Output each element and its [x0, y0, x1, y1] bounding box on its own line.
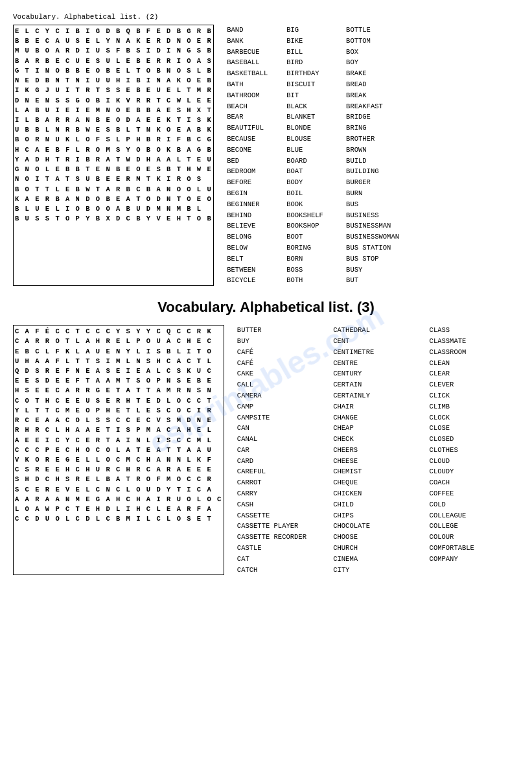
- wordsearch-grid-top: E L C Y C I B I G D B Q B F E D B G R BB…: [13, 25, 214, 286]
- word-item: BUS STOP: [346, 254, 399, 265]
- word-item: CASSETTE RECORDER: [237, 532, 327, 543]
- word-item: BUS: [346, 199, 399, 210]
- word-item: BOAT: [286, 166, 340, 177]
- grid-row: R H R C L H A A E T I S P M A C A H E L: [15, 425, 222, 435]
- word-item: BOX: [346, 47, 399, 58]
- word-item: COLLEAGUE: [430, 510, 519, 521]
- word-item: CAT: [237, 554, 327, 565]
- word-item: CLOUD: [430, 456, 519, 467]
- word-item: BEAUTIFUL: [227, 123, 280, 134]
- word-item: CARROT: [237, 477, 327, 488]
- grid-row: U B B L N R B W E S B L T N K O E A B K: [15, 125, 212, 135]
- word-item: BELOW: [227, 243, 280, 254]
- word-item: BEDROOM: [227, 166, 280, 177]
- page-subtitle: Vocabulary. Alphabetical list. (2): [13, 13, 519, 21]
- word-item: BOSS: [286, 265, 340, 276]
- word-item: BELT: [227, 254, 280, 265]
- word-item: BATH: [227, 79, 280, 90]
- grid-row: E B C L F K L A U E N Y L I S B L I T O: [15, 347, 222, 357]
- word-item: BLOUSE: [286, 134, 340, 145]
- word-item: BATHROOM: [227, 90, 280, 101]
- word-item: CHECK: [333, 434, 422, 445]
- grid-row: B L U E L I O B O O A B U D M N M B L: [15, 204, 212, 214]
- word-item: CLASS: [430, 325, 519, 336]
- word-item: BIG: [286, 25, 340, 36]
- grid-row: Y L T T C M E O P H E T L E S C O C I R: [15, 406, 222, 416]
- word-item: BASEBALL: [227, 57, 280, 68]
- word-item: BUTTER: [237, 325, 327, 336]
- grid-row: S H D C H S R E L B A T R O F M O C C R: [15, 475, 222, 484]
- grid-row: Y A D H T R I B R A T W D H A A L T E U: [15, 155, 212, 165]
- grid-row: B A R B E C U E S U L E B E R R I O A S: [15, 56, 212, 66]
- word-item: CALL: [237, 379, 327, 390]
- word-item: BIRTHDAY: [286, 68, 340, 79]
- word-item: BELONG: [227, 231, 280, 243]
- word-item: COLD: [430, 499, 519, 510]
- word-list-top: BANDBANKBARBECUEBASEBALLBASKETBALLBATHBA…: [227, 25, 399, 286]
- grid-row: H S E E C A R R G E T A T T A M R N S N: [15, 386, 222, 396]
- word-item: CAMP: [237, 401, 327, 412]
- word-item: COMFORTABLE: [430, 543, 519, 554]
- word-item: BARBECUE: [227, 47, 280, 58]
- word-item: BLANKET: [286, 112, 340, 123]
- word-item: BREAK: [346, 90, 399, 101]
- grid-row: B U S S T O P Y B X D C B Y V E H T O B: [15, 214, 212, 224]
- word-item: CASSETTE: [237, 510, 327, 521]
- grid-row: Q D S R E F N E A S E I E A L C S K U C: [15, 366, 222, 376]
- word-item: BROWN: [346, 145, 399, 156]
- word-item: BOOKSHELF: [286, 210, 340, 221]
- word-item: CASTLE: [237, 543, 327, 554]
- word-item: CHEQUE: [333, 477, 422, 488]
- word-item: BUS STATION: [346, 243, 399, 254]
- word-item: BUSINESSWOMAN: [346, 231, 399, 243]
- word-item: BUT: [346, 275, 399, 286]
- word-item: BETWEEN: [227, 265, 280, 276]
- grid-row: B B E C A U S E L Y N A K E R D N O E R: [15, 36, 212, 46]
- word-item: CATCH: [237, 565, 327, 576]
- word-item: BAND: [227, 25, 280, 36]
- grid-row: R C E A A C O L S S C C E C V S M D N E: [15, 416, 222, 425]
- grid-row: E E S D E E F T A A M T S O P N S E B E: [15, 376, 222, 386]
- word-item: BIRD: [286, 57, 340, 68]
- word-item: CLIMB: [430, 401, 519, 412]
- word-item: CHEMIST: [333, 466, 422, 477]
- word-item: BODY: [286, 177, 340, 188]
- word-item: BURN: [346, 188, 399, 199]
- word-item: CAR: [237, 445, 327, 456]
- word-item: BEGINNER: [227, 199, 280, 210]
- word-item: BASKETBALL: [227, 68, 280, 79]
- word-item: BISCUIT: [286, 79, 340, 90]
- word-item: CAMPSITE: [237, 412, 327, 423]
- word-item: CARRY: [237, 488, 327, 499]
- grid-row: C S R E E H C H U R C H R C A R A E E E: [15, 465, 222, 475]
- word-item: BREAKFAST: [346, 101, 399, 112]
- word-item: CASH: [237, 499, 327, 510]
- word-item: BEGIN: [227, 188, 280, 199]
- word-item: BRING: [346, 123, 399, 134]
- grid-row: C C C P E C H O C O L A T E A T T A A U: [15, 445, 222, 455]
- word-item: BOOT: [286, 231, 340, 243]
- word-item: CLOSE: [430, 423, 519, 434]
- word-item: COLOUR: [430, 532, 519, 543]
- grid-row: L A B U I E I E M N O E B B A E S H X T: [15, 106, 212, 115]
- word-item: CLEVER: [430, 379, 519, 390]
- word-item: CANAL: [237, 434, 327, 445]
- word-item: CLEAN: [430, 358, 519, 369]
- word-item: BURGER: [346, 177, 399, 188]
- section-bottom: C A F É C C T C C C Y S Y Y C Q C C R KC…: [13, 325, 519, 575]
- word-item: CHOOSE: [333, 532, 422, 543]
- word-item: BEFORE: [227, 177, 280, 188]
- word-item: BANK: [227, 36, 280, 47]
- grid-row: N E D B N T N I U U H I B I N A K O E B: [15, 76, 212, 86]
- word-item: CHILD: [333, 499, 422, 510]
- word-item: CINEMA: [333, 554, 422, 565]
- word-item: BOOKSHOP: [286, 220, 340, 231]
- word-item: CARD: [237, 456, 327, 467]
- word-item: BLUE: [286, 145, 340, 156]
- word-item: BOY: [346, 57, 399, 68]
- word-item: BECAUSE: [227, 134, 280, 145]
- word-item: CERTAINLY: [333, 390, 422, 401]
- word-item: CAREFUL: [237, 466, 327, 477]
- word-item: CHEERS: [333, 445, 422, 456]
- grid-row: I K G J U I T R T S S E B E U E L T M R: [15, 86, 212, 95]
